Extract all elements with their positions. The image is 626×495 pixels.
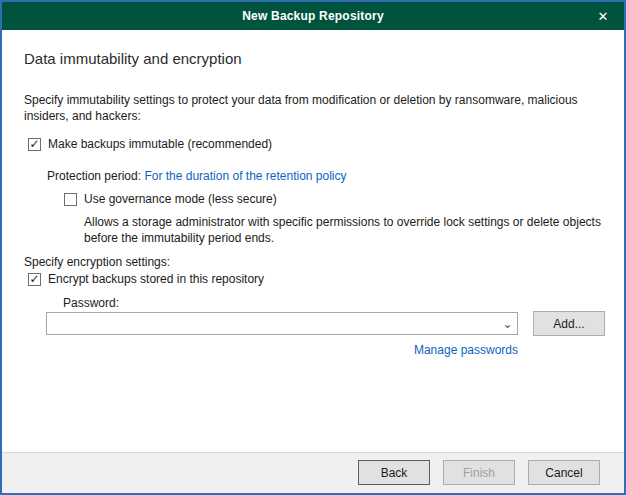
dialog-window: New Backup Repository ✕ Data immutabilit… (0, 0, 626, 495)
footer-bar: Back Finish Cancel (2, 452, 624, 493)
protection-period-line: Protection period: For the duration of t… (47, 168, 347, 184)
password-combobox: ⌄ (46, 312, 518, 335)
make-backups-immutable-checkbox[interactable]: ✓ (28, 138, 41, 151)
page-title: Data immutability and encryption (24, 50, 242, 67)
titlebar: New Backup Repository ✕ (2, 2, 624, 30)
manage-passwords-link[interactable]: Manage passwords (414, 343, 518, 357)
add-button[interactable]: Add... (533, 311, 605, 336)
governance-mode-checkbox[interactable] (64, 193, 77, 206)
back-button[interactable]: Back (358, 460, 430, 485)
intro-text: Specify immutability settings to protect… (24, 92, 610, 124)
chevron-down-icon: ⌄ (502, 317, 512, 331)
window-title: New Backup Repository (2, 9, 624, 23)
checkmark-icon: ✓ (29, 273, 39, 285)
make-backups-immutable-label: Make backups immutable (recommended) (48, 137, 272, 151)
cancel-button[interactable]: Cancel (528, 460, 600, 485)
close-icon: ✕ (598, 9, 609, 24)
encryption-section-label: Specify encryption settings: (24, 254, 170, 270)
encrypt-backups-row: ✓ Encrypt backups stored in this reposit… (28, 272, 264, 286)
encrypt-backups-label: Encrypt backups stored in this repositor… (48, 272, 264, 286)
combo-dropdown-button[interactable]: ⌄ (498, 313, 517, 334)
password-label: Password: (63, 296, 119, 310)
encrypt-backups-checkbox[interactable]: ✓ (28, 273, 41, 286)
make-backups-immutable-row: ✓ Make backups immutable (recommended) (28, 137, 272, 151)
retention-policy-link[interactable]: For the duration of the retention policy (144, 169, 346, 183)
close-button[interactable]: ✕ (582, 2, 624, 30)
protection-period-label: Protection period: (47, 169, 141, 183)
checkmark-icon: ✓ (29, 138, 39, 150)
governance-mode-label: Use governance mode (less secure) (84, 192, 277, 206)
password-input[interactable] (46, 312, 518, 335)
finish-button[interactable]: Finish (443, 460, 515, 485)
manage-passwords-line: Manage passwords (46, 343, 518, 357)
governance-description: Allows a storage administrator with spec… (84, 214, 608, 246)
governance-mode-row: Use governance mode (less secure) (64, 192, 277, 206)
